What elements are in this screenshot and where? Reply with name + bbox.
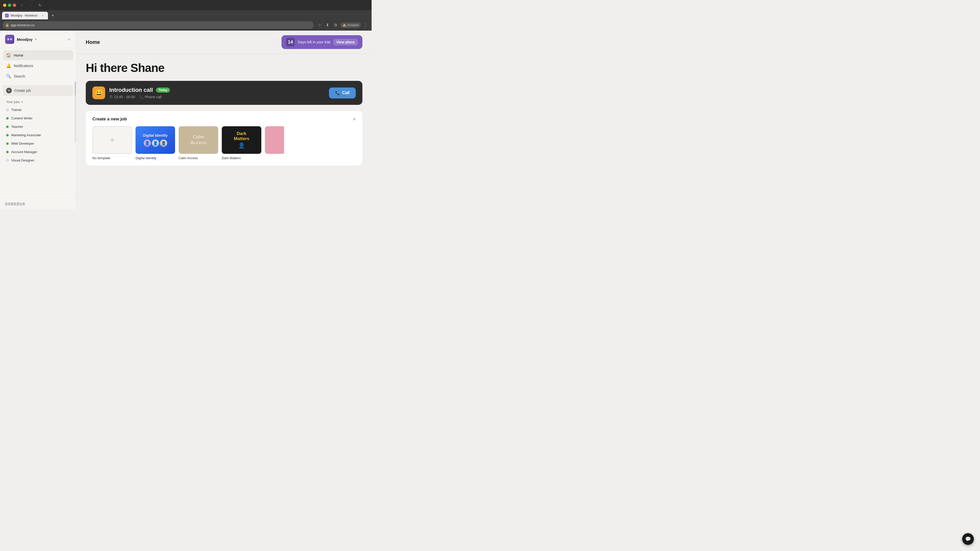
your-jobs-section: Your jobs ▾ Trainer Content Writer Teach…	[0, 99, 76, 198]
sidebar-item-home[interactable]: 🏠 Home	[3, 50, 73, 60]
template-no-template[interactable]: + No template	[92, 126, 132, 160]
back-button[interactable]: ‹	[18, 2, 25, 9]
notifications-label: Notifications	[14, 64, 33, 68]
bookmark-button[interactable]: ☆	[316, 21, 323, 29]
call-label: Call	[342, 91, 350, 95]
job-label: Web Developer	[11, 141, 34, 145]
tab-title: Moodjoy · Homerun	[11, 14, 39, 17]
template-dark-text: DarkMatters	[234, 131, 249, 141]
create-job-section-title: Create a new job	[92, 117, 127, 122]
address-bar-row: 🔒 ☆ ⬇ ⧉ 🕵 Incognito ⋮	[0, 19, 372, 30]
toolbar-icons: ☆ ⬇ ⧉ 🕵 Incognito ⋮	[316, 21, 369, 29]
create-job-plus-icon: +	[6, 88, 12, 94]
browser-chrome: ‹ › ↻	[0, 0, 372, 10]
intro-title: Introduction call	[109, 87, 153, 94]
template-thumb-digital: Digital Identity 👤 👤 👤	[135, 126, 175, 154]
job-label: Visual Designer	[11, 159, 35, 162]
trial-number-badge: 14	[286, 38, 295, 46]
homerun-logo: HOMERUN	[5, 202, 25, 206]
job-item-teacher[interactable]: Teacher	[3, 123, 73, 130]
search-label: Search	[14, 74, 25, 78]
sidebar-footer: HOMERUN	[0, 198, 76, 209]
job-item-visual-designer[interactable]: Visual Designer	[3, 156, 73, 164]
download-button[interactable]: ⬇	[324, 21, 331, 29]
template-dark-matters[interactable]: DarkMatters 👤 Dark Matters	[222, 126, 261, 160]
tabs-bar: M Moodjoy · Homerun × +	[0, 10, 372, 19]
trial-text: Days left in your trial	[298, 40, 330, 44]
notifications-icon: 🔔	[6, 63, 11, 68]
new-tab-button[interactable]: +	[49, 12, 57, 19]
sidebar-item-notifications[interactable]: 🔔 Notifications	[3, 61, 73, 71]
refresh-button[interactable]: ↻	[37, 2, 44, 9]
main-body: Hi there Shane 😄 Introduction call Today…	[76, 54, 372, 173]
job-dot-outline	[6, 109, 9, 111]
template-digital-title: Digital Identity	[143, 133, 167, 138]
create-job-header: Create a new job ×	[92, 117, 356, 122]
sidebar-collapse-button[interactable]: «	[67, 36, 71, 43]
create-job-section: Create a new job × + No template Digital	[86, 111, 363, 165]
template-name: Digital Identity	[135, 156, 156, 160]
main-content: Home 14 Days left in your trial View pla…	[76, 30, 372, 209]
intro-card: 😄 Introduction call Today ⏱ 23:45 - 00:0…	[86, 81, 363, 105]
incognito-label: Incognito	[347, 24, 359, 27]
sidebar-scrollbar[interactable]	[75, 82, 76, 143]
job-label: Trainer	[11, 108, 22, 112]
job-item-content-writer[interactable]: Content Writer	[3, 114, 73, 122]
job-label: Marketing Associate	[11, 133, 41, 137]
menu-button[interactable]: ⋮	[362, 21, 369, 29]
tab-close-button[interactable]: ×	[41, 14, 45, 17]
job-item-web-developer[interactable]: Web Developer	[3, 140, 73, 148]
template-thumb-calm: CalmAccess	[179, 126, 218, 154]
clock-icon: ⏱	[109, 95, 113, 99]
intro-info: Introduction call Today ⏱ 23:45 - 00:00 …	[109, 87, 325, 99]
intro-title-row: Introduction call Today	[109, 87, 325, 94]
job-item-trainer[interactable]: Trainer	[3, 106, 73, 114]
sidebar-brand[interactable]: M M Moodjoy ▾	[5, 35, 37, 44]
job-item-account-manager[interactable]: Account Manager	[3, 148, 73, 156]
window-close[interactable]	[13, 3, 16, 7]
template-partial[interactable]	[265, 126, 284, 160]
template-calm-text: CalmAccess	[190, 134, 207, 146]
face-3: 👤	[160, 140, 167, 147]
forward-button[interactable]: ›	[27, 2, 35, 9]
active-tab[interactable]: M Moodjoy · Homerun ×	[2, 12, 48, 19]
extensions-button[interactable]: ⧉	[332, 21, 339, 29]
greeting-text: Hi there Shane	[86, 61, 363, 75]
create-job-button[interactable]: + Create job	[3, 85, 73, 96]
job-item-marketing-associate[interactable]: Marketing Associate	[3, 131, 73, 139]
face-1: 👤	[144, 140, 151, 147]
your-jobs-label: Your jobs	[6, 100, 20, 104]
window-maximize[interactable]	[8, 3, 11, 7]
job-label: Teacher	[11, 125, 23, 129]
view-plans-link[interactable]: View plans	[333, 39, 358, 45]
job-dot-green	[6, 125, 9, 128]
template-calm-access[interactable]: CalmAccess Calm Access	[179, 126, 218, 160]
intro-time: ⏱ 23:45 - 00:00	[109, 95, 135, 99]
main-header: Home 14 Days left in your trial View pla…	[76, 30, 372, 54]
phone-icon: 📞	[139, 95, 144, 99]
template-name: Dark Matters	[222, 156, 241, 160]
template-digital-identity[interactable]: Digital Identity 👤 👤 👤 Digital Identity	[135, 126, 175, 160]
intro-avatar: 😄	[92, 86, 105, 99]
your-jobs-header[interactable]: Your jobs ▾	[3, 99, 73, 106]
call-phone-icon: 📞	[335, 91, 340, 95]
home-icon: 🏠	[6, 53, 11, 58]
job-label: Content Writer	[11, 116, 33, 120]
window-controls	[3, 3, 16, 7]
create-job-label: Create job	[14, 89, 31, 93]
face-2: 👤	[152, 140, 159, 147]
home-label: Home	[14, 53, 23, 57]
intro-type: 📞 Phone call	[139, 95, 162, 99]
incognito-badge: 🕵 Incognito	[340, 22, 361, 28]
brand-avatar: M M	[5, 35, 14, 44]
brand-chevron-icon: ▾	[35, 38, 37, 41]
job-dot-green	[6, 142, 9, 145]
window-minimize[interactable]	[3, 3, 6, 7]
sidebar-item-search[interactable]: 🔍 Search	[3, 71, 73, 81]
close-create-job-button[interactable]: ×	[353, 117, 356, 122]
job-dot-green	[6, 134, 9, 137]
today-badge: Today	[156, 87, 170, 93]
job-dot-outline	[6, 159, 9, 162]
address-input[interactable]	[3, 21, 313, 29]
call-button[interactable]: 📞 Call	[329, 87, 356, 98]
